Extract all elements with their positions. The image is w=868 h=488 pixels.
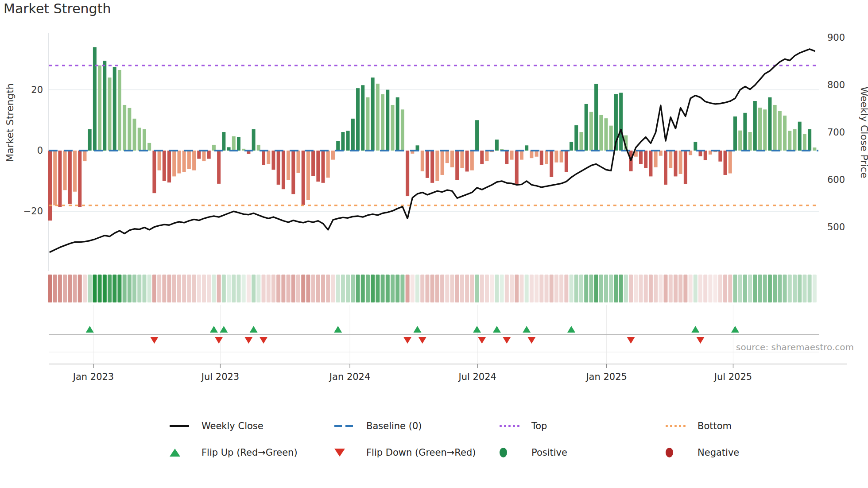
heatmap-cell [624,275,628,302]
strength-bar [83,151,86,161]
heatmap-cell [112,275,116,302]
heatmap-cell [519,275,523,302]
strength-bar [545,151,548,164]
strength-bar [465,151,469,171]
flip-down-marker [527,337,535,344]
strength-bar [108,77,112,151]
strength-bar [560,151,563,163]
heatmap-cell [574,275,578,302]
strength-bar [649,151,652,176]
heatmap-cell [594,275,598,302]
heatmap-cell [162,275,166,302]
strength-bar [475,120,479,151]
heatmap-cell [167,275,171,302]
heatmap-cell [281,275,285,302]
strength-bar [63,151,67,190]
heatmap-cell [703,275,707,302]
heatmap-cell [187,275,191,302]
heatmap-cell [570,275,574,302]
heatmap-cell [659,275,663,302]
heatmap-cell [152,275,156,302]
legend-item-bottom: Bottom [666,419,732,433]
right-axis-title: Weekly Close Price [859,87,868,178]
strength-bar [138,128,141,151]
heatmap-cell [430,275,434,302]
heatmap-cell [813,275,817,302]
strength-bar [704,151,707,160]
heatmap-cell [783,275,787,302]
strength-bar [93,47,97,151]
heatmap-cell [301,275,305,302]
heatmap-cell [723,275,727,302]
heatmap-cell [639,275,643,302]
strength-bar [441,151,444,175]
strength-bar [495,139,499,151]
strength-bar [192,151,196,170]
strength-bar [182,151,186,172]
strength-bar [798,122,802,151]
heatmap-cell [227,275,231,302]
strength-bar [88,129,92,151]
strength-bar [123,105,126,151]
heatmap-cell [683,275,687,302]
heatmap-cell [713,275,717,302]
heatmap-cell [267,275,271,302]
heatmap-cell [619,275,623,302]
heatmap-cell [698,275,702,302]
heatmap-cell [123,275,127,302]
strength-bar [237,137,240,151]
flip-down-marker [215,337,223,344]
strength-bar [694,142,697,151]
strength-bar [554,151,558,163]
x-tick-label: Jan 2023 [72,372,114,382]
heatmap-cell [157,275,161,302]
strength-bar [525,145,528,151]
heatmap-cell [708,275,712,302]
heatmap-cell [306,275,310,302]
strength-bar [217,151,221,184]
heatmap-cell [376,275,380,302]
flip-up-marker [334,326,342,333]
market-strength-dashboard: Market Strength Jan 2023Jul 2023Jan 2024… [0,0,868,488]
strength-bar [152,151,156,193]
heatmap-cell [58,275,62,302]
strength-bar [426,151,429,178]
flip-up-marker [567,326,575,333]
heatmap-cell [579,275,583,302]
strength-bar [470,151,474,170]
heatmap-cell [420,275,424,302]
strength-bar [540,151,543,165]
strength-bar [743,113,747,151]
heatmap-cell [68,275,72,302]
heatmap-cell [495,275,499,302]
strength-bar [763,109,767,151]
strength-bar [232,136,236,151]
heatmap-cell [564,275,568,302]
baseline-dash-swatch [334,425,360,427]
flip-down-marker [627,337,635,344]
heatmap-cell [808,275,812,302]
heatmap-cell [654,275,658,302]
heatmap-cell [356,275,360,302]
heatmap-cell [386,275,390,302]
heatmap-cell [48,275,52,302]
strength-bar [446,151,449,163]
legend-label: Weekly Close [202,421,264,431]
strength-bar [674,151,677,176]
strength-bar [535,151,539,157]
heatmap-cell [718,275,722,302]
flip-down-marker [503,337,511,344]
heatmap-cell [559,275,563,302]
strength-bar [371,77,375,151]
strength-bar [351,119,355,151]
heatmap-cell [768,275,772,302]
strength-bar [53,151,57,205]
strength-bar [271,151,275,170]
strength-bar [48,151,52,221]
strength-bar [336,141,340,151]
heatmap-cell [395,275,399,302]
flip-up-marker [493,326,501,333]
legend-item-top: Top [500,419,547,433]
heatmap-cell [137,275,141,302]
heatmap-cell [371,275,375,302]
